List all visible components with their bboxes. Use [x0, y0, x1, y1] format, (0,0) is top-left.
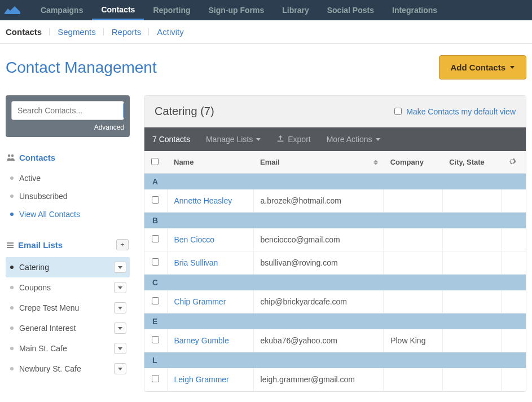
contact-company — [384, 189, 443, 213]
page-title: Contact Management — [6, 59, 157, 77]
contact-email: chip@brickyardcafe.com — [253, 290, 384, 313]
chevron-down-icon — [118, 307, 122, 310]
contact-city — [442, 189, 501, 213]
list-dropdown-button[interactable] — [114, 262, 126, 273]
subnav-reports[interactable]: Reports — [112, 27, 142, 37]
chevron-down-icon — [510, 66, 515, 69]
bullet-icon — [10, 213, 14, 216]
column-city[interactable]: City, State — [442, 151, 501, 174]
topnav-integrations[interactable]: Integrations — [383, 0, 446, 20]
more-actions-button[interactable]: More Actions — [327, 135, 380, 144]
row-checkbox[interactable] — [152, 375, 159, 382]
advanced-search-link[interactable]: Advanced — [11, 123, 124, 131]
sidebar-item-view-all-contacts[interactable]: View All Contacts — [6, 205, 130, 223]
contact-company — [384, 251, 443, 275]
topnav-sign-up-forms[interactable]: Sign-up Forms — [199, 0, 273, 20]
list-dropdown-button[interactable] — [114, 282, 126, 293]
export-button[interactable]: Export — [276, 135, 310, 144]
contacts-table: Name Email Company City, State AAnnette … — [144, 151, 526, 391]
sidebar-list-crepe-test-menu[interactable]: Crepe Test Menu — [6, 298, 130, 318]
app-logo — [5, 5, 20, 15]
contact-email: bsullivan@roving.com — [253, 251, 384, 275]
list-dropdown-button[interactable] — [114, 302, 126, 313]
search-button[interactable] — [123, 103, 124, 118]
export-icon — [276, 135, 284, 144]
contact-name-link[interactable]: Chip Grammer — [174, 297, 226, 306]
contact-city — [442, 368, 501, 391]
bullet-icon — [10, 176, 14, 180]
contact-name-link[interactable]: Bria Sullivan — [174, 258, 218, 267]
row-checkbox[interactable] — [152, 196, 159, 204]
table-row: Chip Grammerchip@brickyardcafe.com — [144, 290, 526, 313]
contact-company — [384, 228, 443, 251]
svg-point-3 — [8, 154, 10, 157]
row-checkbox[interactable] — [152, 235, 159, 242]
svg-rect-5 — [7, 242, 14, 244]
contact-email: a.brozek@hotmail.com — [253, 189, 384, 213]
contact-count: 7 Contacts — [152, 135, 190, 144]
chevron-down-icon — [118, 327, 122, 330]
row-checkbox[interactable] — [152, 297, 159, 304]
subnav-segments[interactable]: Segments — [58, 27, 96, 37]
sidebar-list-general-interest[interactable]: General Interest — [6, 318, 130, 338]
default-view-checkbox[interactable] — [394, 108, 402, 115]
contact-city — [442, 329, 501, 352]
contact-company — [384, 368, 443, 391]
chevron-down-icon — [118, 266, 122, 269]
add-contacts-button[interactable]: Add Contacts — [439, 55, 527, 79]
chevron-down-icon — [118, 286, 122, 289]
subnav-contacts[interactable]: Contacts — [6, 27, 42, 37]
list-dropdown-button[interactable] — [114, 363, 126, 374]
topnav-contacts[interactable]: Contacts — [92, 0, 144, 20]
bullet-icon — [10, 326, 14, 330]
sidebar-list-coupons[interactable]: Coupons — [6, 277, 130, 298]
list-dropdown-button[interactable] — [114, 343, 126, 354]
top-navbar: CampaignsContactsReportingSign-up FormsL… — [0, 0, 532, 20]
sidebar-list-main-st.-cafe[interactable]: Main St. Cafe — [6, 338, 130, 359]
default-view-link[interactable]: Make Contacts my default view — [406, 107, 516, 116]
column-email[interactable]: Email — [253, 151, 384, 174]
sort-icon — [373, 160, 378, 165]
contacts-icon — [7, 153, 15, 162]
manage-lists-button[interactable]: Manage Lists — [206, 135, 261, 144]
subnav-activity[interactable]: Activity — [157, 27, 184, 37]
topnav-reporting[interactable]: Reporting — [144, 0, 199, 20]
contact-email: leigh.grammer@gmail.com — [253, 368, 384, 391]
svg-marker-0 — [5, 6, 20, 14]
column-company[interactable]: Company — [384, 151, 443, 174]
table-toolbar: 7 Contacts Manage Lists Export More Acti… — [144, 127, 526, 151]
sidebar-list-newbury-st.-cafe[interactable]: Newbury St. Cafe — [6, 359, 130, 379]
search-input[interactable] — [12, 101, 122, 120]
contact-name-link[interactable]: Ben Ciocco — [174, 235, 215, 244]
bullet-icon — [10, 286, 14, 289]
sidebar-item-unsubscribed[interactable]: Unsubscribed — [6, 187, 130, 205]
contacts-panel: Catering (7) Make Contacts my default vi… — [144, 95, 526, 392]
contact-name-link[interactable]: Annette Heasley — [174, 196, 232, 205]
bullet-icon — [10, 367, 14, 370]
contact-city — [442, 251, 501, 275]
group-header: E — [144, 313, 526, 330]
topnav-social-posts[interactable]: Social Posts — [318, 0, 383, 20]
contact-email: benciocco@gmail.com — [253, 228, 384, 251]
column-name[interactable]: Name — [167, 151, 253, 174]
gear-icon[interactable] — [508, 159, 517, 167]
add-list-button[interactable]: + — [116, 239, 129, 250]
sidebar-list-catering[interactable]: Catering — [6, 257, 130, 277]
select-all-checkbox[interactable] — [151, 158, 159, 165]
contact-name-link[interactable]: Barney Gumble — [174, 336, 229, 345]
group-header: B — [144, 213, 526, 229]
table-row: Barney Gumbleekuba76@yahoo.comPlow King — [144, 329, 526, 352]
topnav-library[interactable]: Library — [273, 0, 318, 20]
sidebar-item-active[interactable]: Active — [6, 169, 130, 187]
sidebar-heading-contacts: Contacts — [19, 153, 55, 162]
row-checkbox[interactable] — [152, 258, 159, 266]
contact-name-link[interactable]: Leigh Grammer — [174, 375, 229, 384]
row-checkbox[interactable] — [152, 336, 159, 343]
search-icon — [123, 107, 124, 114]
svg-rect-6 — [7, 245, 14, 246]
topnav-campaigns[interactable]: Campaigns — [32, 0, 92, 20]
bullet-icon — [10, 266, 14, 269]
table-row: Leigh Grammerleigh.grammer@gmail.com — [144, 368, 526, 391]
chevron-down-icon — [118, 368, 122, 370]
list-dropdown-button[interactable] — [114, 323, 126, 334]
